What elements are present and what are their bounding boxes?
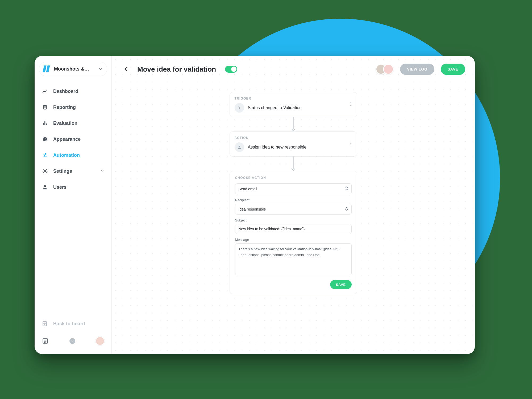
recipient-label: Recipient	[235, 198, 352, 202]
trigger-card[interactable]: TRIGGER Status changed to Validation	[230, 92, 357, 117]
svg-point-19	[350, 102, 351, 103]
flow-connector	[291, 117, 296, 131]
recipient-select[interactable]: Idea responsible	[235, 204, 352, 215]
view-log-button[interactable]: VIEW LOG	[400, 64, 434, 75]
more-menu-icon[interactable]	[348, 141, 353, 147]
help-icon[interactable]: ?	[69, 337, 76, 345]
svg-point-20	[350, 104, 351, 105]
sort-icon	[345, 186, 348, 191]
sidebar-bottom-bar: ?	[35, 332, 111, 350]
swap-icon	[41, 152, 48, 159]
svg-rect-1	[44, 105, 46, 106]
svg-point-22	[239, 146, 240, 147]
app-window: Moonshots &… Dashboard Reporting Eva	[35, 56, 475, 354]
svg-rect-6	[46, 124, 47, 125]
chart-line-icon	[41, 88, 48, 95]
svg-text:?: ?	[71, 339, 73, 343]
svg-rect-0	[44, 105, 47, 109]
subject-label: Subject	[235, 218, 352, 222]
sidebar-item-automation[interactable]: Automation	[39, 148, 107, 162]
svg-point-23	[350, 142, 351, 142]
svg-point-21	[350, 105, 351, 106]
main-area: Move idea for validation VIEW LOG SAVE T…	[112, 56, 475, 354]
sidebar-item-label: Dashboard	[53, 89, 78, 94]
palette-icon	[41, 136, 48, 143]
sidebar-item-settings[interactable]: Settings	[39, 164, 107, 178]
svg-point-25	[350, 145, 351, 145]
sidebar-item-label: Evaluation	[53, 121, 77, 126]
back-label: Back to board	[53, 321, 85, 327]
svg-point-10	[44, 170, 46, 172]
save-button[interactable]: SAVE	[441, 64, 465, 75]
sidebar-item-label: Reporting	[53, 105, 76, 110]
flow-connector	[291, 157, 296, 171]
select-value: Idea responsible	[239, 207, 266, 211]
sidebar-item-appearance[interactable]: Appearance	[39, 132, 107, 146]
sidebar: Moonshots &… Dashboard Reporting Eva	[35, 56, 112, 354]
sidebar-item-label: Settings	[53, 168, 72, 174]
sidebar-item-label: Users	[53, 184, 66, 190]
sidebar-nav: Dashboard Reporting Evaluation Appearanc…	[39, 84, 107, 194]
chevron-right-icon	[235, 103, 244, 113]
sidebar-item-evaluation[interactable]: Evaluation	[39, 116, 107, 130]
action-card[interactable]: ACTION Assign idea to new responsible	[230, 131, 357, 157]
subject-input[interactable]	[235, 224, 352, 234]
exit-icon	[41, 320, 48, 327]
back-button[interactable]	[121, 64, 131, 74]
chevron-down-icon	[98, 67, 103, 71]
svg-point-11	[44, 185, 46, 187]
choose-action-label: CHOOSE ACTION	[235, 176, 352, 180]
sidebar-item-label: Automation	[53, 153, 80, 158]
sidebar-item-label: Appearance	[53, 137, 81, 142]
select-value: Send email	[239, 187, 257, 191]
page-title: Move idea for validation	[137, 65, 216, 73]
clipboard-icon	[41, 104, 48, 111]
svg-rect-4	[43, 123, 44, 125]
form-save-button[interactable]: SAVE	[330, 280, 352, 289]
project-name: Moonshots &…	[54, 66, 95, 72]
brand-logo	[42, 64, 51, 73]
back-to-board[interactable]: Back to board	[39, 316, 107, 332]
svg-point-24	[350, 143, 351, 144]
user-icon	[41, 184, 48, 191]
gear-icon	[41, 168, 48, 175]
docs-icon[interactable]	[41, 337, 49, 345]
user-icon	[235, 142, 244, 152]
trigger-label: TRIGGER	[235, 97, 352, 100]
avatar	[383, 64, 394, 75]
project-selector[interactable]: Moonshots &…	[39, 62, 107, 76]
choose-action-card: CHOOSE ACTION Send email Recipient Idea …	[230, 171, 357, 294]
message-label: Message	[235, 238, 352, 242]
action-type-select[interactable]: Send email	[235, 183, 352, 194]
chevron-down-icon	[100, 168, 105, 174]
more-menu-icon[interactable]	[348, 102, 353, 108]
trigger-text: Status changed to Validation	[248, 105, 302, 110]
sidebar-item-dashboard[interactable]: Dashboard	[39, 84, 107, 98]
sidebar-item-reporting[interactable]: Reporting	[39, 100, 107, 114]
svg-rect-5	[44, 121, 45, 125]
svg-point-9	[45, 138, 46, 139]
flow-canvas: TRIGGER Status changed to Validation ACT…	[112, 83, 475, 354]
sort-icon	[345, 207, 348, 212]
bar-chart-icon	[41, 120, 48, 127]
action-label: ACTION	[235, 136, 352, 140]
sidebar-item-users[interactable]: Users	[39, 180, 107, 194]
svg-point-8	[44, 138, 45, 138]
collaborator-avatars[interactable]	[376, 64, 394, 75]
current-user-avatar[interactable]	[95, 336, 105, 345]
message-textarea[interactable]	[235, 243, 352, 275]
enabled-toggle[interactable]	[225, 66, 237, 73]
svg-point-7	[44, 138, 44, 139]
action-text: Assign idea to new responsible	[248, 145, 307, 150]
topbar: Move idea for validation VIEW LOG SAVE	[112, 56, 475, 83]
